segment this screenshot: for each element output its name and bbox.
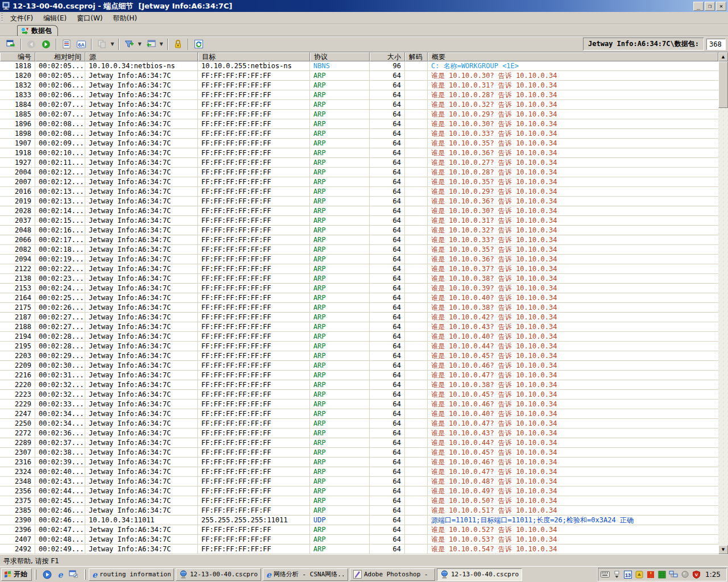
table-row[interactable]: 189600:02:08...Jetway Info:A6:34:7CFF:FF… bbox=[0, 119, 718, 129]
table-row[interactable]: 218700:02:27...Jetway Info:A6:34:7CFF:FF… bbox=[0, 313, 718, 322]
taskbar-task-button[interactable]: e网络分析 - CSNA网络... bbox=[263, 568, 348, 581]
table-row[interactable]: 239000:02:46...10.10.0.34:11011255.255.2… bbox=[0, 516, 718, 525]
filter-button-dropdown-icon[interactable]: ▼ bbox=[136, 38, 143, 51]
scroll-down-icon[interactable]: ▼ bbox=[718, 545, 728, 554]
table-row[interactable]: 218800:02:27...Jetway Info:A6:34:7CFF:FF… bbox=[0, 322, 718, 332]
export-button[interactable] bbox=[144, 38, 158, 51]
col-decode[interactable]: 解码 bbox=[405, 52, 428, 61]
table-row[interactable]: 231600:02:39...Jetway Info:A6:34:7CFF:FF… bbox=[0, 458, 718, 467]
network-icon[interactable] bbox=[669, 570, 678, 579]
taskbar-task-button[interactable]: 12-13-00-40.cscproj... bbox=[176, 568, 261, 581]
table-row[interactable]: 234800:02:43...Jetway Info:A6:34:7CFF:FF… bbox=[0, 477, 718, 487]
table-row[interactable]: 222900:02:33...Jetway Info:A6:34:7CFF:FF… bbox=[0, 400, 718, 409]
hex-decode-button[interactable]: 6A bbox=[75, 38, 88, 51]
col-source[interactable]: 源 bbox=[85, 52, 198, 61]
quicklaunch-ie-icon[interactable]: e bbox=[55, 569, 66, 580]
table-row[interactable]: 215300:02:24...Jetway Info:A6:34:7CFF:FF… bbox=[0, 284, 718, 293]
table-row[interactable]: 239600:02:47...Jetway Info:A6:34:7CFF:FF… bbox=[0, 525, 718, 535]
green-panel-icon[interactable] bbox=[657, 570, 667, 579]
table-row[interactable]: 206600:02:17...Jetway Info:A6:34:7CFF:FF… bbox=[0, 235, 718, 245]
tab-packets[interactable]: 数据包 bbox=[17, 25, 58, 36]
col-summary[interactable]: 概要 bbox=[428, 52, 718, 61]
refresh-button[interactable] bbox=[192, 38, 205, 51]
table-row[interactable]: 183200:02:06...Jetway Info:A6:34:7CFF:FF… bbox=[0, 81, 718, 90]
table-row[interactable]: 222000:02:32...Jetway Info:A6:34:7CFF:FF… bbox=[0, 380, 718, 390]
filter-button[interactable] bbox=[122, 38, 136, 51]
table-row[interactable]: 235600:02:44...Jetway Info:A6:34:7CFF:FF… bbox=[0, 487, 718, 496]
col-size[interactable]: 大小 bbox=[370, 52, 405, 61]
table-row[interactable]: 240700:02:48...Jetway Info:A6:34:7CFF:FF… bbox=[0, 535, 718, 544]
menu-file[interactable]: 文件(F) bbox=[5, 13, 38, 23]
table-row[interactable]: 225000:02:34...Jetway Info:A6:34:7CFF:FF… bbox=[0, 419, 718, 429]
quicklaunch-desktop-icon[interactable] bbox=[68, 569, 79, 580]
table-row[interactable]: 203700:02:15...Jetway Info:A6:34:7CFF:FF… bbox=[0, 216, 718, 226]
table-row[interactable]: 204800:02:16...Jetway Info:A6:34:7CFF:FF… bbox=[0, 226, 718, 235]
table-row[interactable]: 216400:02:25...Jetway Info:A6:34:7CFF:FF… bbox=[0, 293, 718, 303]
export-button-dropdown-icon[interactable]: ▼ bbox=[158, 38, 164, 51]
table-row[interactable]: 232400:02:40...Jetway Info:A6:34:7CFF:FF… bbox=[0, 467, 718, 477]
table-row[interactable]: 183300:02:06...Jetway Info:A6:34:7CFF:FF… bbox=[0, 90, 718, 100]
table-row[interactable]: 220900:02:30...Jetway Info:A6:34:7CFF:FF… bbox=[0, 361, 718, 371]
taskbar-task-button[interactable]: 12-13-00-40.cscproj... bbox=[437, 568, 522, 581]
table-row[interactable]: 200400:02:12...Jetway Info:A6:34:7CFF:FF… bbox=[0, 168, 718, 177]
table-row[interactable]: 201600:02:13...Jetway Info:A6:34:7CFF:FF… bbox=[0, 187, 718, 197]
table-row[interactable]: 188400:02:07...Jetway Info:A6:34:7CFF:FF… bbox=[0, 100, 718, 110]
back-button[interactable] bbox=[24, 38, 38, 51]
table-row[interactable]: 192700:02:11...Jetway Info:A6:34:7CFF:FF… bbox=[0, 158, 718, 168]
col-target[interactable]: 目标 bbox=[198, 52, 310, 61]
forward-button[interactable] bbox=[39, 38, 53, 51]
scroll-up-icon[interactable]: ▲ bbox=[718, 52, 728, 61]
scrollbar-thumb[interactable] bbox=[718, 61, 728, 108]
table-row[interactable]: 217500:02:26...Jetway Info:A6:34:7CFF:FF… bbox=[0, 303, 718, 313]
table-row[interactable]: 189800:02:08...Jetway Info:A6:34:7CFF:FF… bbox=[0, 129, 718, 139]
volume-icon[interactable] bbox=[680, 570, 689, 579]
antivirus-shield-icon[interactable]: V bbox=[692, 570, 701, 579]
table-row[interactable]: 221600:02:31...Jetway Info:A6:34:7CFF:FF… bbox=[0, 371, 718, 380]
restore-button[interactable]: ❐ bbox=[705, 2, 715, 11]
table-row[interactable]: 202800:02:14...Jetway Info:A6:34:7CFF:FF… bbox=[0, 206, 718, 216]
col-id[interactable]: 编号 bbox=[0, 52, 35, 61]
table-row[interactable]: 228900:02:37...Jetway Info:A6:34:7CFF:FF… bbox=[0, 438, 718, 448]
table-row[interactable]: 208200:02:18...Jetway Info:A6:34:7CFF:FF… bbox=[0, 245, 718, 255]
table-row[interactable]: 188500:02:07...Jetway Info:A6:34:7CFF:FF… bbox=[0, 110, 718, 119]
table-row[interactable]: 237500:02:45...Jetway Info:A6:34:7CFF:FF… bbox=[0, 496, 718, 506]
table-row[interactable]: 224700:02:34...Jetway Info:A6:34:7CFF:FF… bbox=[0, 409, 718, 419]
table-row[interactable]: 201900:02:13...Jetway Info:A6:34:7CFF:FF… bbox=[0, 197, 718, 206]
menu-help[interactable]: 帮助(H) bbox=[107, 13, 142, 23]
table-row[interactable]: 191800:02:10...Jetway Info:A6:34:7CFF:FF… bbox=[0, 148, 718, 158]
menu-window[interactable]: 窗口(W) bbox=[72, 13, 107, 23]
quicklaunch-player-icon[interactable] bbox=[42, 569, 53, 580]
table-row[interactable]: 182000:02:05...Jetway Info:A6:34:7CFF:FF… bbox=[0, 71, 718, 81]
menu-edit[interactable]: 编辑(E) bbox=[38, 13, 72, 23]
endpoint-details-button[interactable] bbox=[4, 38, 18, 51]
col-protocol[interactable]: 协议 bbox=[310, 52, 370, 61]
table-row[interactable]: 190700:02:09...Jetway Info:A6:34:7CFF:FF… bbox=[0, 139, 718, 148]
col-reltime[interactable]: 相对时间 bbox=[35, 52, 85, 61]
table-row[interactable]: 219400:02:28...Jetway Info:A6:34:7CFF:FF… bbox=[0, 332, 718, 342]
table-row[interactable]: 227200:02:36...Jetway Info:A6:34:7CFF:FF… bbox=[0, 429, 718, 438]
vertical-scrollbar[interactable]: ▲ ▼ bbox=[718, 52, 728, 554]
tray-expand-icon[interactable] bbox=[612, 570, 621, 579]
lock-button[interactable] bbox=[171, 38, 185, 51]
minimize-button[interactable]: _ bbox=[693, 2, 704, 11]
table-row[interactable]: 230700:02:38...Jetway Info:A6:34:7CFF:FF… bbox=[0, 448, 718, 458]
copy-button-dropdown-icon[interactable]: ▼ bbox=[109, 38, 115, 51]
ime-icon[interactable] bbox=[635, 570, 644, 579]
menu-grip[interactable] bbox=[1, 14, 3, 22]
taskbar-task-button[interactable]: erouting information... bbox=[89, 568, 174, 581]
keyboard-icon[interactable] bbox=[601, 570, 610, 579]
download-icon[interactable] bbox=[646, 570, 655, 579]
packet-list-button[interactable] bbox=[60, 38, 73, 51]
table-row[interactable]: 212200:02:22...Jetway Info:A6:34:7CFF:FF… bbox=[0, 264, 718, 274]
table-row[interactable]: 213800:02:23...Jetway Info:A6:34:7CFF:FF… bbox=[0, 274, 718, 284]
table-row[interactable]: 200700:02:12...Jetway Info:A6:34:7CFF:FF… bbox=[0, 177, 718, 187]
table-row[interactable]: 209400:02:19...Jetway Info:A6:34:7CFF:FF… bbox=[0, 255, 718, 264]
taskbar-task-button[interactable]: Adobe Photoshop - [... bbox=[350, 568, 435, 581]
calendar-13-icon[interactable]: 13 bbox=[623, 570, 632, 579]
close-button[interactable]: ✕ bbox=[716, 2, 726, 11]
copy-button[interactable] bbox=[95, 38, 109, 51]
table-row[interactable]: 249200:02:49...Jetway Info:A6:34:7CFF:FF… bbox=[0, 544, 718, 554]
table-row[interactable]: 219500:02:28...Jetway Info:A6:34:7CFF:FF… bbox=[0, 342, 718, 351]
table-row[interactable]: 220300:02:29...Jetway Info:A6:34:7CFF:FF… bbox=[0, 351, 718, 361]
start-button[interactable]: 开始 bbox=[1, 568, 32, 581]
